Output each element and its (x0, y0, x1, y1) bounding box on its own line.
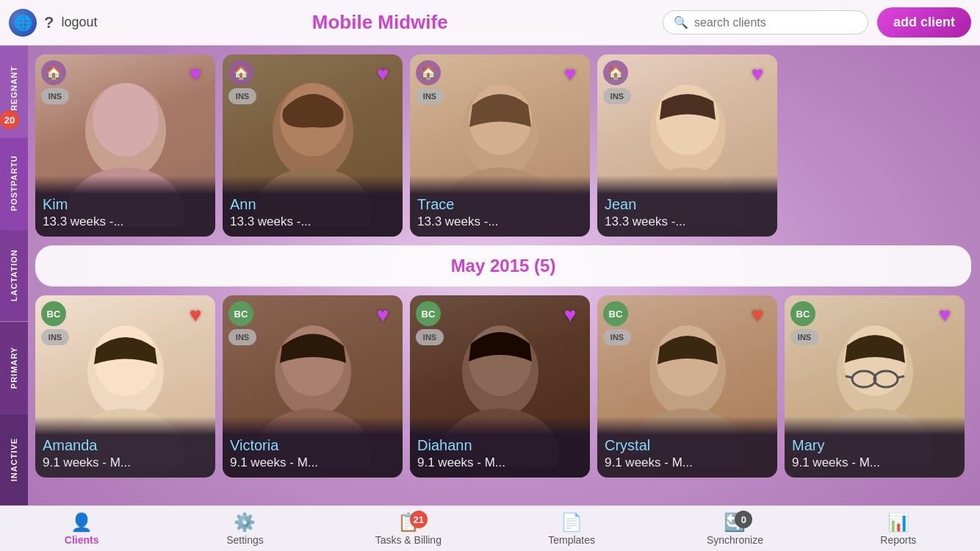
crystal-top-left: BC INS (603, 301, 631, 345)
amanda-ins-badge: INS (41, 329, 69, 345)
sync-badge: 0 (735, 511, 752, 528)
kim-heart[interactable]: ♥ (181, 60, 209, 88)
jean-house-icon: 🏠 (603, 60, 628, 85)
tasks-badge: 21 (410, 511, 428, 528)
amanda-weeks: 9.1 weeks - M... (43, 455, 208, 470)
jean-ins-badge: INS (603, 88, 631, 104)
ann-weeks: 13.3 weeks -... (230, 215, 395, 229)
templates-icon: 📄 (561, 512, 583, 533)
crystal-name: Crystal (605, 437, 770, 454)
diahann-heart-icon: ♥ (556, 301, 584, 329)
clients-label: Clients (65, 534, 99, 546)
sidebar-tab-primary[interactable]: PRIMARY (0, 322, 28, 414)
crystal-bc-icon: BC (603, 301, 628, 326)
victoria-ins-badge: INS (228, 329, 256, 345)
nav-item-clients[interactable]: 👤 Clients (0, 506, 163, 551)
svg-line-30 (846, 376, 852, 378)
client-card-kim[interactable]: 🏠 INS ♥ Kim 13.3 weeks -... (35, 54, 215, 237)
trace-heart[interactable]: ♥ (556, 60, 584, 88)
nav-item-settings[interactable]: ⚙️ Settings (163, 506, 326, 551)
svg-point-1 (93, 83, 159, 156)
trace-card-bottom: Trace 13.3 weeks -... (410, 176, 590, 237)
sidebar-tab-lactation[interactable]: LACTATION (0, 229, 28, 321)
logout-button[interactable]: logout (61, 15, 97, 30)
sidebar-tab-inactive[interactable]: INACTIVE (0, 414, 28, 505)
mary-card-bottom: Mary 9.1 weeks - M... (785, 417, 965, 478)
jean-heart-icon: ♥ (743, 60, 771, 88)
ann-ins-badge: INS (228, 88, 256, 104)
victoria-name: Victoria (230, 437, 395, 454)
nav-item-tasks[interactable]: 21 📋 Tasks & Billing (327, 506, 490, 551)
amanda-heart[interactable]: ♥ (181, 301, 209, 329)
amanda-card-bottom: Amanda 9.1 weeks - M... (35, 417, 215, 478)
clients-icon: 👤 (71, 512, 93, 533)
kim-ins-badge: INS (41, 88, 69, 104)
section-may-header: May 2015 (5) (35, 245, 971, 287)
client-card-victoria[interactable]: BC INS ♥ Victoria 9.1 weeks - M... (223, 295, 403, 478)
client-card-trace[interactable]: 🏠 INS ♥ Trace 13.3 weeks -... (410, 54, 590, 237)
client-card-mary[interactable]: BC INS ♥ Mary 9.1 weeks - M... (785, 295, 965, 478)
client-card-ann[interactable]: 🏠 INS ♥ Ann 13.3 weeks -... (223, 54, 403, 237)
header: 🌐 ? logout Mobile Midwife 🔍 add client (0, 0, 980, 46)
ann-heart[interactable]: ♥ (369, 60, 397, 88)
nav-item-synchronize[interactable]: 0 🔄 Synchronize (653, 506, 816, 551)
globe-icon[interactable]: 🌐 (9, 9, 37, 37)
trace-name: Trace (417, 196, 583, 213)
client-card-jean[interactable]: 🏠 INS ♥ Jean 13.3 weeks -... (597, 54, 777, 237)
ann-heart-icon: ♥ (369, 60, 397, 88)
sidebar-badge: 20 (0, 110, 19, 129)
search-icon: 🔍 (674, 15, 688, 29)
client-card-diahann[interactable]: BC INS ♥ Diahann 9.1 weeks - M... (410, 295, 590, 478)
jean-name: Jean (605, 196, 770, 213)
victoria-heart[interactable]: ♥ (369, 301, 397, 329)
victoria-top-left: BC INS (228, 301, 256, 345)
kim-house-icon: 🏠 (41, 60, 66, 85)
victoria-bc-icon: BC (228, 301, 253, 326)
kim-heart-icon: ♥ (181, 60, 209, 88)
jean-weeks: 13.3 weeks -... (605, 215, 770, 229)
help-button[interactable]: ? (44, 13, 54, 32)
jean-heart[interactable]: ♥ (743, 60, 771, 88)
diahann-top-left: BC INS (416, 301, 444, 345)
trace-ins-badge: INS (416, 88, 444, 104)
sidebar-tab-postpartu[interactable]: POSTPARTU (0, 137, 28, 229)
kim-weeks: 13.3 weeks -... (43, 215, 208, 229)
diahann-heart[interactable]: ♥ (556, 301, 584, 329)
main-content: 🏠 INS ♥ Kim 13.3 weeks -... (29, 46, 980, 505)
diahann-ins-badge: INS (416, 329, 444, 345)
amanda-name: Amanda (43, 437, 208, 454)
primary-clients-grid: BC INS ♥ Amanda 9.1 weeks - M... (35, 295, 971, 478)
ann-house-icon: 🏠 (228, 60, 253, 85)
crystal-heart-icon: ♥ (743, 301, 771, 329)
trace-weeks: 13.3 weeks -... (417, 215, 583, 229)
client-card-crystal[interactable]: BC INS ♥ Crystal 9.1 weeks - M... (597, 295, 777, 478)
svg-line-31 (898, 376, 904, 378)
app-title: Mobile Midwife (98, 11, 663, 34)
mary-heart[interactable]: ♥ (931, 301, 959, 329)
kim-name: Kim (43, 196, 208, 213)
sync-label: Synchronize (707, 534, 763, 546)
crystal-weeks: 9.1 weeks - M... (605, 455, 770, 470)
settings-label: Settings (226, 534, 264, 546)
add-client-button[interactable]: add client (877, 7, 971, 37)
search-input[interactable] (694, 16, 841, 29)
diahann-bc-icon: BC (416, 301, 441, 326)
nav-item-templates[interactable]: 📄 Templates (490, 506, 653, 551)
trace-house-icon: 🏠 (416, 60, 441, 85)
reports-icon: 📊 (887, 512, 909, 533)
crystal-heart[interactable]: ♥ (743, 301, 771, 329)
kim-card-bottom: Kim 13.3 weeks -... (35, 176, 215, 237)
kim-top-left: 🏠 INS (41, 60, 69, 104)
jean-top-left: 🏠 INS (603, 60, 631, 104)
amanda-bc-icon: BC (41, 301, 66, 326)
client-card-amanda[interactable]: BC INS ♥ Amanda 9.1 weeks - M... (35, 295, 215, 478)
mary-ins-badge: INS (790, 329, 818, 345)
mary-top-left: BC INS (790, 301, 818, 345)
reports-label: Reports (880, 534, 916, 546)
mary-bc-icon: BC (790, 301, 815, 326)
trace-heart-icon: ♥ (556, 60, 584, 88)
search-bar: 🔍 (663, 10, 868, 35)
header-left: 🌐 ? logout (9, 9, 98, 37)
amanda-top-left: BC INS (41, 301, 69, 345)
nav-item-reports[interactable]: 📊 Reports (817, 506, 980, 551)
